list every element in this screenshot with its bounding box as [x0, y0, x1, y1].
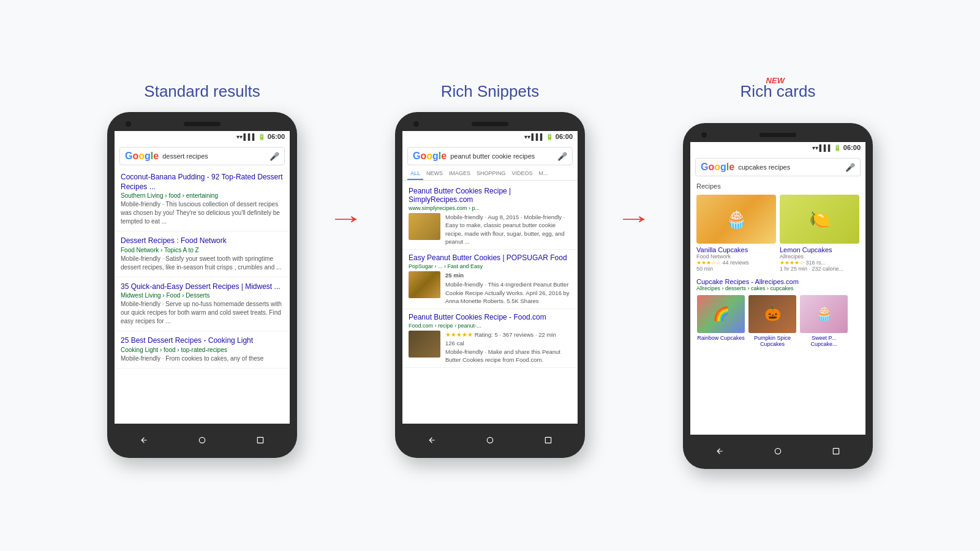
rich-snippet-text-2: ★★★★★ Rating: 5 · 367 reviews · 22 min 1…: [445, 331, 571, 364]
status-icons-snippets: ▾▾ ▌▌▌ 🔋: [524, 133, 553, 140]
tab-more[interactable]: M...: [536, 168, 551, 180]
status-time-cards: 06:00: [843, 144, 861, 151]
cards-section-label-0: Recipes: [690, 179, 865, 192]
thumb-img-1: [409, 271, 440, 298]
tab-news[interactable]: NEWS: [423, 168, 446, 180]
phone-rich-snippets: ▾▾ ▌▌▌ 🔋 06:00 Google peanut butter cook…: [395, 112, 585, 458]
cards-section-link-1[interactable]: Cupcake Recipes - Allrecipes.com Allreci…: [690, 274, 865, 293]
thumb-img-2: [409, 331, 440, 358]
cards-images-row-1: 🌈 Rainbow Cupcakes 🎃 Pumpkin Spice Cupca…: [690, 293, 865, 350]
signal-icon-c: ▌▌▌: [820, 144, 832, 151]
signal-icon-s: ▌▌▌: [532, 133, 545, 140]
tab-shopping[interactable]: SHOPPING: [473, 168, 509, 180]
screen-snippets: Google peanut butter cookie recipes 🎤 AL…: [402, 142, 578, 424]
result-title-1[interactable]: Dessert Recipes : Food Network: [121, 236, 284, 246]
result-0-standard: Coconut-Banana Pudding - 92 Top-Rated De…: [115, 168, 290, 231]
columns-container: Standard results ▾▾ ▌▌▌ 🔋 06:00: [24, 82, 956, 469]
result-url-3: Cooking Light › food › top-rated-recipes: [121, 347, 284, 353]
phone-speaker-snippets: [472, 122, 508, 126]
tab-bar-snippets: ALL NEWS IMAGES SHOPPING VIDEOS M...: [402, 168, 578, 181]
wifi-icon: ▾▾: [236, 133, 243, 140]
rich-result-url-1: PopSugar › ... › Fast and Easy: [409, 263, 571, 269]
result-title-3[interactable]: 25 Best Dessert Recipes - Cooking Light: [121, 336, 284, 346]
rich-result-title-2[interactable]: Peanut Butter Cookies Recipe - Food.com: [409, 313, 571, 321]
arrow-icon-2: →: [616, 204, 652, 232]
search-input-cards[interactable]: cupcakes recipes: [738, 163, 845, 171]
vanilla-cupcake-img: 🧁: [696, 195, 776, 244]
result-url-1: Food Network › Topics A to Z: [121, 247, 284, 253]
screen-cards: Google cupcakes recipes 🎤 Recipes 🧁: [690, 153, 865, 435]
arrow-1: →: [322, 82, 371, 232]
search-input-snippets[interactable]: peanut butter cookie recipes: [450, 152, 557, 160]
card-img-rainbow: 🌈: [697, 295, 745, 333]
back-button-standard[interactable]: [137, 433, 151, 447]
card-label-pumpkin: Pumpkin Spice Cupcakes: [748, 335, 797, 347]
result-time-1: 25 min: [445, 271, 571, 279]
tab-all[interactable]: ALL: [407, 168, 423, 180]
rich-result-title-0[interactable]: Peanut Butter Cookies Recipe | SimplyRec…: [409, 187, 571, 204]
card-title-vanilla: Vanilla Cupcakes: [696, 246, 776, 253]
status-icons-cards: ▾▾ ▌▌▌ 🔋: [812, 144, 841, 151]
card-meta-vanilla: 50 min: [696, 266, 776, 272]
result-title-0[interactable]: Coconut-Banana Pudding - 92 Top-Rated De…: [121, 173, 284, 192]
card-vanilla[interactable]: 🧁 Vanilla Cupcakes Food Network ★★★☆☆ 44…: [696, 195, 776, 272]
google-logo-standard: Google: [125, 151, 159, 162]
wifi-icon-c: ▾▾: [812, 144, 818, 151]
section-sub-label: Allrecipes › desserts › cakes › cupcakes: [696, 285, 859, 291]
result-url-0: Southern Living › food › entertaining: [121, 192, 284, 199]
svg-point-4: [775, 448, 780, 454]
card-pumpkin[interactable]: 🎃 Pumpkin Spice Cupcakes: [748, 295, 797, 347]
back-button-snippets[interactable]: [425, 433, 439, 447]
result-snippet-2: Mobile-friendly · Serve up no-fuss homem…: [121, 300, 284, 326]
tab-videos[interactable]: VIDEOS: [509, 168, 536, 180]
rich-thumb-1: [409, 271, 440, 298]
search-input-standard[interactable]: dessert recipes: [162, 152, 270, 160]
search-bar-cards[interactable]: Google cupcakes recipes 🎤: [695, 158, 861, 176]
card-rainbow[interactable]: 🌈 Rainbow Cupcakes: [696, 295, 745, 347]
column-rich-snippets: Rich Snippets ▾▾ ▌▌▌ 🔋 06:00: [395, 82, 585, 458]
card-source-vanilla: Food Network: [696, 253, 776, 260]
tab-images[interactable]: IMAGES: [446, 168, 473, 180]
google-logo-snippets: Google: [413, 151, 447, 162]
home-button-snippets[interactable]: [483, 433, 497, 447]
rich-result-title-1[interactable]: Easy Peanut Butter Cookies | POPSUGAR Fo…: [409, 253, 571, 262]
result-title-2[interactable]: 35 Quick-and-Easy Dessert Recipes | Midw…: [121, 282, 284, 292]
card-sweet[interactable]: 🧁 Sweet P... Cupcake...: [799, 295, 848, 347]
card-source-lemon: Allrecipes: [780, 253, 859, 260]
search-bar-standard[interactable]: Google dessert recipes 🎤: [119, 147, 285, 165]
back-button-cards[interactable]: [713, 444, 726, 458]
home-button-cards[interactable]: [771, 444, 785, 458]
arrow-icon-1: →: [328, 204, 364, 232]
status-icons-standard: ▾▾ ▌▌▌ 🔋: [236, 133, 265, 140]
mic-icon-snippets[interactable]: 🎤: [557, 152, 567, 161]
screen-standard: Google dessert recipes 🎤 Coconut-Banana …: [115, 142, 290, 424]
phone-speaker-standard: [184, 122, 221, 126]
search-bar-snippets[interactable]: Google peanut butter cookie recipes 🎤: [407, 147, 573, 165]
battery-icon-s: 🔋: [546, 133, 553, 140]
recents-button-standard[interactable]: [254, 433, 267, 447]
phone-top-cards: [690, 133, 865, 137]
card-img-pumpkin: 🎃: [748, 295, 796, 333]
card-meta-lemon: 1 hr 25 min · 232 calorie...: [780, 266, 859, 272]
status-bar-cards: ▾▾ ▌▌▌ 🔋 06:00: [690, 142, 865, 153]
recents-button-snippets[interactable]: [541, 433, 555, 447]
rich-snippet-text-0: Mobile-friendly · Aug 8, 2015 · Mobile-f…: [445, 213, 571, 246]
result-snippet-1: Mobile-friendly · Satisfy your sweet too…: [121, 255, 284, 272]
pumpkin-img: 🎃: [748, 295, 796, 333]
svg-point-2: [487, 437, 492, 443]
rich-result-1: Easy Peanut Butter Cookies | POPSUGAR Fo…: [402, 250, 578, 309]
home-button-standard[interactable]: [195, 433, 209, 447]
result-date-0: Mobile-friendly · Aug 8, 2015 ·: [445, 214, 524, 220]
rich-result-url-0: www.simplyrecipes.com › p...: [409, 205, 571, 211]
card-lemon[interactable]: 🍋 Lemon Cupcakes Allrecipes ★★★★☆ 316 rs…: [780, 195, 859, 272]
card-stars-lemon: ★★★★☆ 316 rs...: [780, 260, 859, 266]
recents-button-cards[interactable]: [829, 444, 843, 458]
mic-icon-cards[interactable]: 🎤: [845, 163, 855, 172]
signal-icon: ▌▌▌: [244, 133, 257, 140]
column-standard: Standard results ▾▾ ▌▌▌ 🔋 06:00: [107, 82, 297, 458]
mic-icon-standard[interactable]: 🎤: [270, 152, 279, 161]
card-title-lemon: Lemon Cupcakes: [780, 246, 859, 253]
column-rich-cards: NEW Rich cards ▾▾ ▌▌▌ 🔋 06:00: [683, 82, 873, 469]
bottom-bar-snippets: [402, 427, 578, 451]
thumb-img-0: [409, 213, 440, 240]
